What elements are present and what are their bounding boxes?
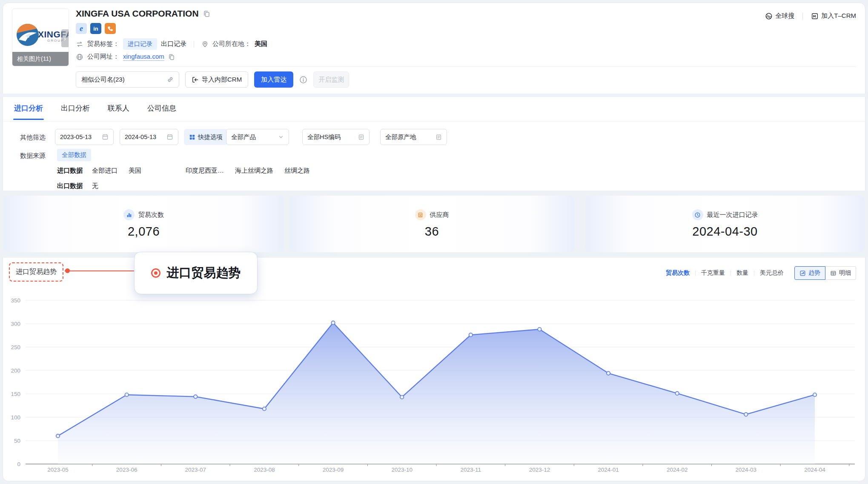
export-data-label: 出口数据 [57,182,83,190]
logo-next-chevron-icon[interactable]: › [61,29,69,47]
add-radar-button[interactable]: 加入雷达 [254,71,293,88]
trade-tags-row: 贸易标签： 进口记录 出口记录 公司所在地： 美国 [76,38,267,50]
list-icon [435,134,442,140]
global-search-label: 全球搜 [775,12,794,20]
svg-text:300: 300 [11,321,20,327]
import-crm-label: 导入内部CRM [202,76,242,84]
link-icon [167,76,174,83]
header-actions-row: 相似公司名(23) 导入内部CRM 加入雷达 开启监测 [76,71,349,88]
import-source-item[interactable]: 印度尼西亚… [186,167,224,175]
svg-text:50: 50 [14,438,20,444]
export-record-tag[interactable]: 出口记录 [161,40,186,48]
linkedin-icon[interactable]: in [90,23,101,34]
tab-import-analysis[interactable]: 进口分析 [14,103,43,120]
import-source-item[interactable]: 美国 [129,167,141,175]
global-search-button[interactable]: 全球搜 [765,12,794,20]
website-link[interactable]: xingfausa.com [123,53,164,61]
divider [730,270,731,276]
svg-text:2023-06: 2023-06 [116,467,138,473]
location-pin-icon [201,40,209,48]
view-trend-button[interactable]: 趋势 [794,266,825,280]
globe-icon [76,53,83,61]
import-data-label: 进口数据 [57,167,83,175]
globe-search-icon [765,12,773,20]
company-name-text: XINGFA USA CORPORATION [76,9,199,19]
phone-icon[interactable] [105,23,116,34]
stat-value: 2,076 [128,225,160,239]
grid-icon [189,134,195,140]
copy-icon[interactable] [203,10,210,17]
date-start-input[interactable]: 2023-05-13 [55,129,114,145]
import-source-item[interactable]: 海上丝绸之路 [235,167,273,175]
website-row: 公司网址： xingfausa.com [76,53,175,61]
stat-card-trade-count: 贸易次数 2,076 [3,196,284,252]
svg-text:0: 0 [17,461,20,467]
product-select[interactable]: 全部产品 [226,129,289,145]
clock-icon [692,209,703,220]
browser-icon[interactable]: e [76,23,87,34]
tab-contacts[interactable]: 联系人 [108,103,129,120]
svg-text:2023-10: 2023-10 [391,467,413,473]
section-gap [0,94,868,97]
info-icon[interactable] [299,76,307,84]
svg-text:150: 150 [11,391,20,397]
metric-quantity[interactable]: 数量 [736,269,748,277]
list-icon [358,134,364,140]
store-icon [415,209,426,220]
bar-chart-icon [123,209,135,220]
tab-export-analysis[interactable]: 出口分析 [61,103,90,120]
chart-title-callout: 进口贸易趋势 [134,252,258,294]
quick-options-label: 快捷选项 [198,133,223,141]
metric-kg-weight[interactable]: 千克重量 [701,269,725,277]
stat-label: 供应商 [430,211,449,219]
import-source-item[interactable]: 全部进口 [92,167,117,175]
similar-companies-label: 相似公司名(23) [81,76,125,84]
join-tcrm-button[interactable]: 加入T–CRM [811,12,856,20]
svg-text:2023-07: 2023-07 [185,467,206,473]
import-source-item[interactable]: 丝绸之路 [284,167,310,175]
svg-text:350: 350 [11,297,20,304]
chart-title-highlight: 进口贸易趋势 [9,262,63,282]
svg-text:2023-09: 2023-09 [323,467,344,473]
divider [802,13,803,20]
svg-text:2024-03: 2024-03 [736,467,757,473]
svg-text:250: 250 [11,344,20,350]
add-radar-label: 加入雷达 [261,76,286,84]
divider [754,270,754,276]
chart-metric-switcher: 贸易次数 千克重量 数量 美元总价 趋势 明细 [666,266,856,280]
product-select-value: 全部产品 [231,133,256,141]
related-images-label[interactable]: 相关图片(11) [12,52,69,66]
join-tcrm-label: 加入T–CRM [821,12,856,20]
enable-monitor-label: 开启监测 [318,76,344,84]
calendar-icon [102,134,109,140]
metric-usd-total[interactable]: 美元总价 [760,269,784,277]
view-detail-button[interactable]: 明细 [825,266,856,280]
enable-monitor-button[interactable]: 开启监测 [313,71,349,88]
hs-code-value: 全部HS编码 [307,133,341,141]
svg-text:2024-02: 2024-02 [667,467,688,473]
similar-companies-button[interactable]: 相似公司名(23) [76,71,179,88]
copy-icon[interactable] [168,54,175,60]
import-record-tag[interactable]: 进口记录 [123,38,157,50]
svg-text:2023-08: 2023-08 [254,467,275,473]
company-logo-card[interactable]: XINGFA GROUP › 相关图片(11) [12,9,69,66]
date-end-input[interactable]: 2024-05-13 [120,129,178,145]
trend-chart-icon [799,270,806,276]
stat-label: 贸易次数 [138,211,164,219]
svg-text:100: 100 [11,414,20,421]
bullseye-icon [151,268,160,278]
stat-label: 最近一次进口记录 [707,211,758,219]
hs-code-select[interactable]: 全部HS编码 [302,129,370,145]
quick-options-button[interactable]: 快捷选项 [184,129,228,145]
tab-company-info[interactable]: 公司信息 [147,103,176,120]
import-crm-button[interactable]: 导入内部CRM [185,71,248,88]
all-data-tag[interactable]: 全部数据 [57,149,91,161]
import-trend-area-chart[interactable]: 0501001502002503003502023-052023-062023-… [0,293,868,484]
origin-select[interactable]: 全部原产地 [380,129,447,145]
metric-trade-count[interactable]: 贸易次数 [666,269,690,277]
stat-card-suppliers: 供应商 36 [289,196,574,252]
tabs-bottom-border [0,121,868,122]
divider [194,41,194,48]
table-icon [830,270,836,276]
page-title: XINGFA USA CORPORATION [76,9,210,19]
